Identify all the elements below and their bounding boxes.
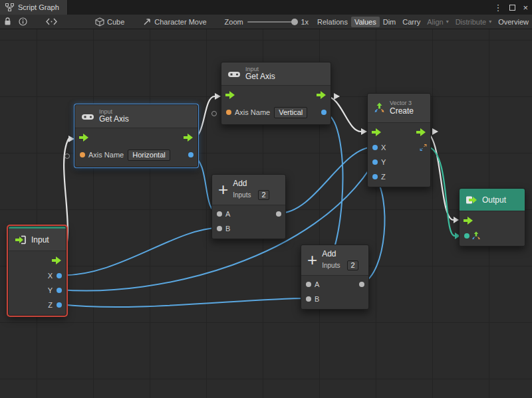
carry-button[interactable]: Carry bbox=[399, 17, 424, 27]
axis-name-label: Axis Name bbox=[88, 151, 124, 159]
flow-in-port[interactable] bbox=[464, 217, 473, 225]
port-a-label: A bbox=[315, 280, 319, 288]
fold-arrows-icon[interactable] bbox=[420, 144, 427, 151]
values-button[interactable]: Values bbox=[351, 17, 380, 27]
wire-input-x-to-add1-b[interactable] bbox=[60, 228, 219, 275]
flow-out-port[interactable] bbox=[317, 91, 327, 99]
wire-input-z-to-add2-b[interactable] bbox=[60, 298, 308, 307]
port-a-label: A bbox=[225, 210, 230, 218]
value-row bbox=[460, 229, 525, 243]
flow-out-port[interactable] bbox=[184, 134, 194, 142]
inputs-label: Inputs bbox=[322, 262, 340, 270]
node-title: Add bbox=[233, 179, 269, 189]
x-out-port[interactable] bbox=[57, 273, 62, 278]
tab-bar: Script Graph ⋮ × bbox=[0, 0, 532, 15]
node-body bbox=[460, 211, 525, 246]
graph-output-icon bbox=[466, 195, 477, 205]
object-name: Cube bbox=[107, 18, 124, 26]
script-graph-icon bbox=[5, 3, 14, 11]
string-in-port[interactable] bbox=[226, 110, 231, 115]
value-in-port-b[interactable] bbox=[217, 226, 222, 231]
plus-icon: + bbox=[218, 182, 228, 197]
node-body: A B bbox=[301, 276, 368, 309]
cube-icon bbox=[95, 17, 104, 27]
kebab-menu-icon[interactable]: ⋮ bbox=[493, 3, 502, 12]
port-row-b: B bbox=[212, 221, 285, 236]
sum-out-port[interactable] bbox=[276, 211, 281, 217]
graph-toolbar: Cube Character Move Zoom 1x Relations Va… bbox=[0, 15, 532, 29]
flow-row bbox=[9, 252, 66, 268]
distribute-label: Distribute bbox=[456, 18, 486, 26]
close-icon[interactable]: × bbox=[523, 3, 528, 12]
y-in-port[interactable] bbox=[372, 159, 378, 165]
z-in-port[interactable] bbox=[372, 174, 378, 179]
node-add-1[interactable]: + Add Inputs 2 A B bbox=[211, 174, 286, 239]
lock-icon[interactable] bbox=[4, 17, 11, 26]
wire-arrowhead bbox=[454, 217, 459, 223]
port-row-y: Y bbox=[9, 283, 66, 298]
node-vector3-create[interactable]: Vector 3 Create X Y bbox=[367, 93, 431, 187]
flow-in-port[interactable] bbox=[225, 91, 235, 99]
code-icon[interactable] bbox=[46, 18, 57, 25]
value-in-port-b[interactable] bbox=[306, 296, 311, 302]
axis-name-field[interactable]: Vertical bbox=[274, 107, 307, 118]
window-controls: ⋮ × bbox=[493, 0, 528, 15]
node-graph-output[interactable]: Output bbox=[459, 188, 525, 247]
node-title: Add bbox=[322, 250, 358, 259]
value-out-port[interactable] bbox=[188, 152, 194, 157]
graph-canvas[interactable]: Input Get Axis Axis Name Vertical bbox=[0, 29, 532, 398]
node-header: Vector 3 Create bbox=[368, 94, 430, 123]
value-out-port[interactable] bbox=[321, 110, 327, 115]
node-title: Create bbox=[390, 107, 414, 116]
value-in-port-a[interactable] bbox=[306, 282, 311, 287]
flow-in-port[interactable] bbox=[372, 128, 382, 136]
zoom-knob[interactable] bbox=[291, 19, 298, 25]
wire-arrowhead bbox=[334, 93, 340, 100]
port-b-label: B bbox=[225, 225, 230, 233]
unconnected-port-indicator[interactable] bbox=[65, 153, 70, 159]
zoom-slider[interactable] bbox=[247, 21, 297, 23]
value-in-port-a[interactable] bbox=[217, 211, 222, 217]
inputs-count-field[interactable]: 2 bbox=[347, 260, 358, 270]
flow-out-port[interactable] bbox=[52, 256, 62, 264]
plus-icon: + bbox=[307, 252, 317, 267]
dim-button[interactable]: Dim bbox=[380, 17, 400, 27]
unconnected-port-indicator[interactable] bbox=[211, 111, 217, 116]
align-button[interactable]: Align▾ bbox=[424, 17, 452, 27]
wire-add1-to-vector3-x[interactable] bbox=[279, 147, 374, 213]
breadcrumb-graph[interactable]: Character Move bbox=[140, 16, 209, 27]
y-out-port[interactable] bbox=[57, 288, 62, 293]
overview-button[interactable]: Overview bbox=[495, 17, 532, 27]
node-get-axis-horizontal[interactable]: Input Get Axis Axis Name Horizontal bbox=[74, 104, 198, 167]
string-in-port[interactable] bbox=[80, 152, 85, 157]
gamepad-icon bbox=[227, 70, 241, 78]
axis-name-field[interactable]: Horizontal bbox=[128, 149, 170, 161]
relations-button[interactable]: Relations bbox=[314, 17, 351, 27]
value-in-port[interactable] bbox=[464, 233, 469, 239]
z-out-port[interactable] bbox=[57, 302, 62, 308]
x-in-port[interactable] bbox=[372, 145, 378, 150]
wire-vector3-value-to-output[interactable] bbox=[428, 147, 455, 236]
distribute-button[interactable]: Distribute▾ bbox=[452, 17, 495, 27]
inputs-count-field[interactable]: 2 bbox=[258, 190, 269, 200]
node-get-axis-vertical[interactable]: Input Get Axis Axis Name Vertical bbox=[221, 62, 331, 125]
node-header: Input bbox=[9, 229, 66, 251]
node-add-2[interactable]: + Add Inputs 2 A B bbox=[301, 245, 369, 310]
node-header: + Add Inputs 2 bbox=[301, 245, 368, 276]
sum-out-port[interactable] bbox=[359, 282, 364, 287]
flow-in-port[interactable] bbox=[79, 134, 89, 142]
zoom-label: Zoom bbox=[225, 18, 243, 26]
node-graph-input[interactable]: Input X Y Z bbox=[8, 226, 66, 316]
zoom-value: 1x bbox=[301, 18, 309, 26]
node-header: Output bbox=[460, 189, 525, 211]
gamepad-icon bbox=[81, 112, 94, 121]
tab-script-graph[interactable]: Script Graph bbox=[0, 0, 68, 15]
info-icon[interactable] bbox=[19, 17, 27, 26]
port-y-label: Y bbox=[48, 286, 53, 294]
port-row-a: A bbox=[212, 207, 285, 221]
breadcrumb-object[interactable]: Cube bbox=[92, 16, 128, 28]
flow-out-port[interactable] bbox=[416, 128, 426, 136]
maximize-icon[interactable] bbox=[509, 5, 515, 11]
port-b-label: B bbox=[315, 295, 319, 303]
axis-name-row: Axis Name Vertical bbox=[221, 103, 331, 122]
